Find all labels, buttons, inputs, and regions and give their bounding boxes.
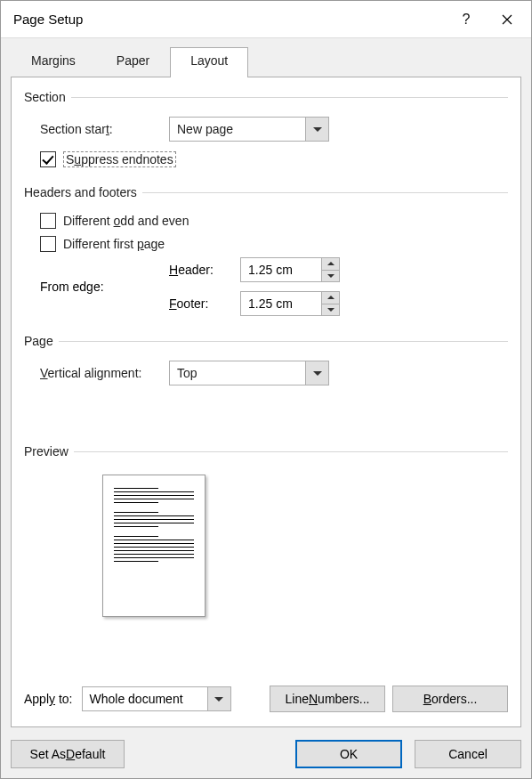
tabstrip: Margins Paper Layout [11, 46, 521, 77]
valign-dropdown[interactable]: Top [169, 361, 329, 385]
section-start-dropdown[interactable]: New page [169, 117, 329, 142]
layout-panel: Section Section start: New page Suppress… [11, 77, 521, 727]
tab-layout[interactable]: Layout [170, 47, 248, 77]
apply-to-dropdown-button[interactable] [207, 687, 230, 710]
headers-footers-group-header: Headers and footers [24, 185, 508, 199]
footer-edge-row: Footer: 1.25 cm [169, 291, 340, 316]
apply-to-dropdown[interactable]: Whole document [82, 686, 231, 711]
chevron-up-icon [327, 262, 335, 265]
content-area: Margins Paper Layout Section Section sta… [1, 38, 531, 778]
page-preview-thumb [102, 475, 206, 617]
borders-button[interactable]: Borders... [392, 686, 508, 712]
header-edge-label: Header: [169, 263, 240, 277]
valign-label: Vertical alignment: [40, 366, 169, 380]
preview-area [24, 467, 508, 680]
footer-edge-value: 1.25 cm [241, 292, 321, 315]
section-start-dropdown-button[interactable] [305, 118, 328, 141]
header-spin-up[interactable] [322, 258, 339, 270]
tab-margins[interactable]: Margins [11, 47, 96, 77]
chevron-down-icon [313, 127, 322, 132]
close-button[interactable] [487, 2, 528, 37]
from-edge-label: From edge: [40, 257, 169, 316]
section-start-row: Section start: New page [40, 117, 508, 142]
cancel-button[interactable]: Cancel [415, 740, 521, 768]
chevron-down-icon [214, 697, 223, 702]
ok-button[interactable]: OK [295, 740, 402, 768]
from-edge-block: From edge: Header: 1.25 cm Foo [40, 257, 508, 316]
diff-first-row[interactable]: Different first page [40, 236, 508, 252]
footer-spin-down[interactable] [322, 304, 339, 316]
set-default-button[interactable]: Set As Default [11, 740, 125, 768]
close-icon [502, 14, 512, 25]
page-group-header: Page [24, 334, 508, 348]
apply-to-label: Apply to: [24, 692, 73, 706]
diff-first-label: Different first page [63, 237, 165, 251]
header-edge-spinner[interactable]: 1.25 cm [240, 257, 340, 282]
valign-dropdown-button[interactable] [305, 361, 328, 385]
dialog-title: Page Setup [13, 12, 446, 27]
diff-odd-even-label: Different odd and even [63, 214, 189, 228]
headers-footers-group-label: Headers and footers [24, 185, 137, 199]
chevron-down-icon [327, 308, 335, 312]
apply-to-value: Whole document [83, 692, 207, 706]
diff-first-checkbox[interactable] [40, 236, 56, 252]
preview-group-label: Preview [24, 444, 69, 458]
suppress-endnotes-checkbox[interactable] [40, 151, 56, 167]
dialog-footer: Set As Default OK Cancel [11, 727, 521, 768]
page-setup-dialog: Page Setup ? Margins Paper Layout Sectio… [0, 0, 532, 779]
section-group-header: Section [24, 90, 508, 104]
preview-group-header: Preview [24, 444, 508, 458]
valign-value: Top [170, 366, 305, 380]
chevron-down-icon [313, 371, 322, 376]
diff-odd-even-checkbox[interactable] [40, 213, 56, 229]
tab-paper[interactable]: Paper [96, 47, 170, 77]
help-button[interactable]: ? [446, 2, 487, 37]
titlebar: Page Setup ? [1, 1, 531, 38]
header-spin-down[interactable] [322, 270, 339, 282]
valign-row: Vertical alignment: Top [40, 361, 508, 385]
suppress-endnotes-row[interactable]: Suppress endnotes [40, 151, 508, 167]
line-numbers-button[interactable]: Line Numbers... [270, 686, 385, 712]
page-group-label: Page [24, 334, 53, 348]
chevron-down-icon [327, 274, 335, 278]
diff-odd-even-row[interactable]: Different odd and even [40, 213, 508, 229]
header-edge-row: Header: 1.25 cm [169, 257, 340, 282]
footer-spin-up[interactable] [322, 292, 339, 304]
chevron-up-icon [327, 296, 335, 299]
footer-edge-label: Footer: [169, 296, 240, 311]
apply-row: Apply to: Whole document Line Numbers...… [24, 686, 508, 712]
footer-edge-spinner[interactable]: 1.25 cm [240, 291, 340, 316]
section-group-label: Section [24, 90, 66, 104]
section-start-value: New page [170, 122, 305, 136]
suppress-endnotes-label: Suppress endnotes [63, 151, 176, 167]
section-start-label: Section start: [40, 122, 169, 136]
header-edge-value: 1.25 cm [241, 258, 321, 281]
